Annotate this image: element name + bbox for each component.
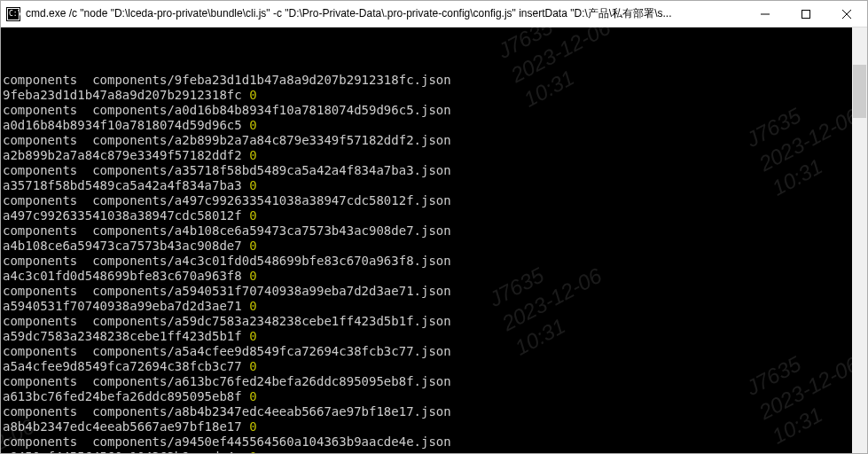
console-text: components components/a9450ef445564560a1… bbox=[3, 434, 451, 449]
console-line: components components/a2b899b2a7a84c879e… bbox=[3, 133, 867, 148]
console-text: a0d16b84b8934f10a7818074d59d96c5 bbox=[3, 118, 249, 132]
cmd-icon: C:\ bbox=[6, 7, 20, 21]
status-zero: 0 bbox=[249, 148, 256, 162]
console-line: components components/a35718f58bd5489ca5… bbox=[3, 163, 867, 178]
console-text: a613bc76fed24befa26ddc895095eb8f bbox=[3, 389, 249, 403]
console-text: components components/a0d16b84b8934f10a7… bbox=[3, 103, 451, 117]
console-line: a59dc7583a2348238cebe1ff423d5b1f 0 bbox=[3, 329, 867, 344]
status-zero: 0 bbox=[249, 208, 256, 223]
status-zero: 0 bbox=[249, 299, 256, 313]
status-zero: 0 bbox=[249, 359, 256, 373]
console-line: a9450ef445564560a104363b9aacde4e 0 bbox=[3, 450, 867, 453]
scrollbar-track[interactable] bbox=[852, 58, 867, 453]
minimize-button[interactable] bbox=[745, 1, 786, 27]
console-text: components components/a8b4b2347edc4eeab5… bbox=[3, 404, 451, 419]
close-button[interactable] bbox=[826, 1, 867, 27]
console-line: a4b108ce6a59473ca7573b43ac908de7 0 bbox=[3, 239, 867, 254]
console-content: components components/9feba23d1d1b47a8a9… bbox=[3, 73, 867, 453]
console-text: a5a4cfee9d8549fca72694c38fcb3c77 bbox=[3, 359, 249, 373]
window-title: cmd.exe /c "node "D:\lceda-pro-private\b… bbox=[26, 6, 745, 21]
console-text: components components/a4b108ce6a59473ca7… bbox=[3, 223, 451, 238]
console-line: components components/a497c992633541038a… bbox=[3, 193, 867, 208]
status-zero: 0 bbox=[249, 239, 256, 253]
console-text: components components/a59dc7583a2348238c… bbox=[3, 314, 451, 328]
status-zero: 0 bbox=[249, 88, 256, 102]
window-controls bbox=[745, 1, 867, 27]
console-line: a8b4b2347edc4eeab5667ae97bf18e17 0 bbox=[3, 419, 867, 434]
console-line: a35718f58bd5489ca5a42a4f834a7ba3 0 bbox=[3, 178, 867, 193]
cmd-window: C:\ cmd.exe /c "node "D:\lceda-pro-priva… bbox=[0, 0, 868, 454]
console-text: components components/9feba23d1d1b47a8a9… bbox=[3, 73, 451, 87]
status-zero: 0 bbox=[249, 118, 256, 132]
maximize-button[interactable] bbox=[786, 1, 826, 27]
console-line: components components/a59dc7583a2348238c… bbox=[3, 314, 867, 329]
console-text: components components/a2b899b2a7a84c879e… bbox=[3, 133, 451, 147]
console-line: a2b899b2a7a84c879e3349f57182ddf2 0 bbox=[3, 148, 867, 163]
console-text: a35718f58bd5489ca5a42a4f834a7ba3 bbox=[3, 178, 249, 192]
console-text: a4b108ce6a59473ca7573b43ac908de7 bbox=[3, 239, 249, 253]
status-zero: 0 bbox=[249, 178, 256, 192]
status-zero: 0 bbox=[249, 269, 256, 283]
console-text: components components/a5940531f70740938a… bbox=[3, 284, 451, 298]
console-line: components components/a4c3c01fd0d548699b… bbox=[3, 254, 867, 269]
scrollbar-thumb[interactable] bbox=[853, 65, 866, 118]
console-area[interactable]: J7635 2023-12-06 10:31 J7635 2023-12-06 … bbox=[1, 27, 867, 453]
vertical-scrollbar[interactable] bbox=[852, 27, 867, 453]
console-line: components components/a9450ef445564560a1… bbox=[3, 434, 867, 450]
console-line: a0d16b84b8934f10a7818074d59d96c5 0 bbox=[3, 118, 867, 133]
svg-text:C:\: C:\ bbox=[9, 10, 20, 18]
console-text: a497c992633541038a38947cdc58012f bbox=[3, 208, 249, 223]
console-line: components components/a8b4b2347edc4eeab5… bbox=[3, 404, 867, 419]
status-zero: 0 bbox=[249, 450, 256, 453]
console-line: components components/a5940531f70740938a… bbox=[3, 284, 867, 299]
console-text: components components/a497c992633541038a… bbox=[3, 193, 451, 207]
titlebar[interactable]: C:\ cmd.exe /c "node "D:\lceda-pro-priva… bbox=[1, 1, 867, 27]
console-text: a9450ef445564560a104363b9aacde4e bbox=[3, 450, 249, 453]
console-text: a59dc7583a2348238cebe1ff423d5b1f bbox=[3, 329, 249, 343]
console-text: components components/a4c3c01fd0d548699b… bbox=[3, 254, 451, 268]
console-line: a5940531f70740938a99eba7d2d3ae71 0 bbox=[3, 299, 867, 314]
status-zero: 0 bbox=[249, 389, 256, 403]
console-line: components components/a5a4cfee9d8549fca7… bbox=[3, 344, 867, 359]
console-line: a4c3c01fd0d548699bfe83c670a963f8 0 bbox=[3, 269, 867, 284]
status-zero: 0 bbox=[249, 329, 256, 343]
console-line: 9feba23d1d1b47a8a9d207b2912318fc 0 bbox=[3, 88, 867, 103]
console-text: components components/a613bc76fed24befa2… bbox=[3, 374, 451, 388]
console-line: components components/a0d16b84b8934f10a7… bbox=[3, 103, 867, 118]
console-text: components components/a5a4cfee9d8549fca7… bbox=[3, 344, 451, 358]
console-line: a497c992633541038a38947cdc58012f 0 bbox=[3, 208, 867, 223]
console-text: a2b899b2a7a84c879e3349f57182ddf2 bbox=[3, 148, 249, 162]
console-line: a5a4cfee9d8549fca72694c38fcb3c77 0 bbox=[3, 359, 867, 374]
console-text: a8b4b2347edc4eeab5667ae97bf18e17 bbox=[3, 419, 249, 434]
console-text: a5940531f70740938a99eba7d2d3ae71 bbox=[3, 299, 249, 313]
console-line: components components/a613bc76fed24befa2… bbox=[3, 374, 867, 389]
svg-rect-5 bbox=[802, 10, 810, 18]
console-line: components components/9feba23d1d1b47a8a9… bbox=[3, 73, 867, 88]
console-text: components components/a35718f58bd5489ca5… bbox=[3, 163, 451, 177]
console-text: a4c3c01fd0d548699bfe83c670a963f8 bbox=[3, 269, 249, 283]
status-zero: 0 bbox=[249, 419, 256, 434]
console-text: 9feba23d1d1b47a8a9d207b2912318fc bbox=[3, 88, 249, 102]
console-line: components components/a4b108ce6a59473ca7… bbox=[3, 223, 867, 239]
console-line: a613bc76fed24befa26ddc895095eb8f 0 bbox=[3, 389, 867, 404]
